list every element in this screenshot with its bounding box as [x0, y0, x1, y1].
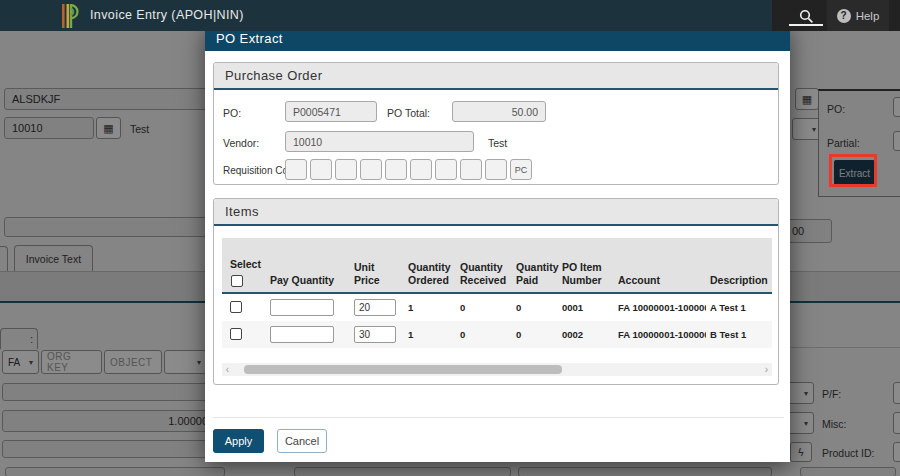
quantity-received-header-text: Quantity Received: [460, 261, 510, 287]
row-quantity-paid: 0: [512, 302, 558, 313]
search-icon: [799, 9, 814, 24]
search-underline: [789, 24, 823, 26]
app-logo-icon: [61, 3, 83, 29]
req-code-input[interactable]: [310, 159, 332, 180]
purchase-order-section: Purchase Order PO: P0005471 PO Total: 50…: [213, 62, 779, 185]
extract-highlight-annotation: [829, 154, 877, 187]
modal-vendor-name: Test: [488, 137, 507, 149]
row-description: B Test 1: [706, 329, 766, 340]
scrollbar-track[interactable]: [233, 363, 761, 376]
po-number-field[interactable]: P0005471: [285, 101, 377, 122]
column-header-po-item-number: PO Item Number: [558, 238, 614, 292]
row-po-item-number: 0001: [558, 302, 614, 313]
row-pay-quantity-cell: [266, 299, 350, 316]
horizontal-scrollbar[interactable]: ‹ ›: [222, 363, 772, 376]
apply-button[interactable]: Apply: [213, 429, 264, 453]
po-item-number-header-text: PO Item Number: [562, 261, 612, 287]
row-pay-quantity-cell: [266, 326, 350, 343]
scroll-left-icon[interactable]: ‹: [222, 363, 233, 376]
select-header-text: Select: [230, 258, 261, 271]
row-quantity-paid: 0: [512, 329, 558, 340]
row-quantity-received: 0: [456, 329, 512, 340]
req-code-input[interactable]: [360, 159, 382, 180]
footer-divider: [213, 417, 784, 418]
column-header-account: Account: [614, 238, 706, 292]
items-section: Items Select Pay Quantity Unit Price Qua…: [213, 198, 779, 385]
help-icon: ?: [837, 9, 851, 23]
column-header-quantity-received: Quantity Received: [456, 238, 512, 292]
row-select-checkbox[interactable]: [230, 328, 242, 340]
modal-vendor-field[interactable]: 10010: [285, 131, 474, 152]
pay-quantity-input[interactable]: [270, 326, 334, 343]
help-label: Help: [856, 10, 880, 22]
vendor-label: Vendor:: [223, 137, 259, 149]
po-total-value: 50.00: [512, 106, 538, 118]
pay-quantity-input[interactable]: [270, 299, 334, 316]
requisition-codes-row: [285, 159, 532, 180]
req-code-input[interactable]: [485, 159, 507, 180]
req-code-input-pc[interactable]: [510, 159, 532, 180]
items-section-title: Items: [225, 204, 259, 219]
description-header-text: Description: [710, 274, 768, 287]
app-title: Invoice Entry (APOH|NIN): [90, 8, 244, 22]
app-topbar: Invoice Entry (APOH|NIN) ? Help: [0, 0, 900, 31]
select-all-checkbox[interactable]: [231, 275, 243, 287]
row-quantity-ordered: 1: [404, 302, 456, 313]
unit-price-input[interactable]: [354, 299, 396, 316]
row-description: A Test 1: [706, 302, 766, 313]
req-code-input[interactable]: [435, 159, 457, 180]
po-total-field[interactable]: 50.00: [452, 101, 546, 122]
pay-quantity-header-text: Pay Quantity: [270, 274, 334, 287]
purchase-order-section-header: Purchase Order: [214, 63, 778, 90]
po-extract-modal: PO Extract Purchase Order PO: P0005471 P…: [205, 25, 790, 462]
unit-price-input[interactable]: [354, 326, 396, 343]
scroll-right-icon[interactable]: ›: [761, 363, 772, 376]
table-row: 1 0 0 0002 FA 10000001-100000 B Test 1: [222, 321, 772, 348]
purchase-order-section-title: Purchase Order: [225, 68, 322, 83]
row-account: FA 10000001-100000: [614, 302, 706, 313]
items-table: Select Pay Quantity Unit Price Quantity …: [222, 238, 772, 348]
invoice-entry-screen: ALSDKJF 10010 ▦ Test Invoice Text : FA▾ …: [0, 0, 900, 476]
req-code-input[interactable]: [410, 159, 432, 180]
row-unit-price-cell: [350, 326, 404, 343]
column-header-quantity-paid: Quantity Paid: [512, 238, 558, 292]
table-row: 1 0 0 0001 FA 10000001-100000 A Test 1: [222, 294, 772, 321]
req-code-input[interactable]: [335, 159, 357, 180]
modal-vendor-value: 10010: [293, 136, 322, 148]
row-select-cell: [226, 301, 266, 315]
column-header-select: Select: [226, 238, 266, 292]
row-quantity-ordered: 1: [404, 329, 456, 340]
column-header-quantity-ordered: Quantity Ordered: [404, 238, 456, 292]
quantity-ordered-header-text: Quantity Ordered: [408, 261, 454, 287]
po-number-value: P0005471: [293, 106, 341, 118]
account-header-text: Account: [618, 274, 660, 287]
row-account: FA 10000001-100000: [614, 329, 706, 340]
unit-price-header-text: Unit Price: [354, 261, 402, 287]
quantity-paid-header-text: Quantity Paid: [516, 261, 559, 287]
po-total-label: PO Total:: [387, 107, 430, 119]
modal-title: PO Extract: [216, 31, 283, 46]
row-po-item-number: 0002: [558, 329, 614, 340]
scrollbar-thumb[interactable]: [244, 365, 562, 374]
cancel-button[interactable]: Cancel: [277, 429, 327, 453]
req-code-input[interactable]: [285, 159, 307, 180]
row-select-cell: [226, 328, 266, 342]
po-label: PO:: [223, 107, 241, 119]
column-header-description: Description: [706, 238, 766, 292]
req-code-input[interactable]: [385, 159, 407, 180]
row-unit-price-cell: [350, 299, 404, 316]
column-header-pay-quantity: Pay Quantity: [266, 238, 350, 292]
items-section-header: Items: [214, 199, 778, 226]
row-select-checkbox[interactable]: [230, 301, 242, 313]
req-code-input[interactable]: [460, 159, 482, 180]
column-header-unit-price: Unit Price: [350, 238, 404, 292]
help-button[interactable]: ? Help: [827, 0, 889, 31]
items-table-header: Select Pay Quantity Unit Price Quantity …: [222, 238, 772, 294]
row-quantity-received: 0: [456, 302, 512, 313]
